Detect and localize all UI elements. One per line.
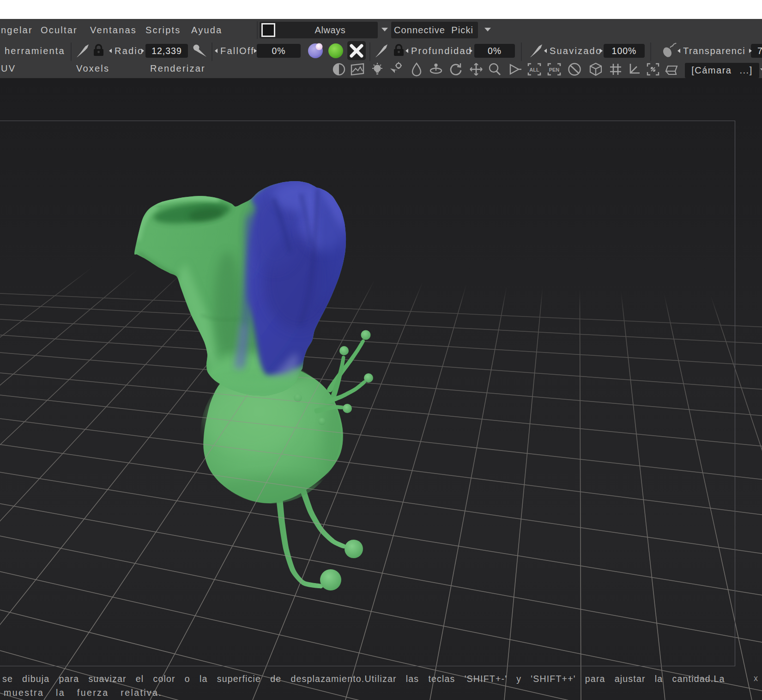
- svg-text:PEN: PEN: [549, 67, 560, 73]
- svg-text:ALL: ALL: [529, 67, 539, 73]
